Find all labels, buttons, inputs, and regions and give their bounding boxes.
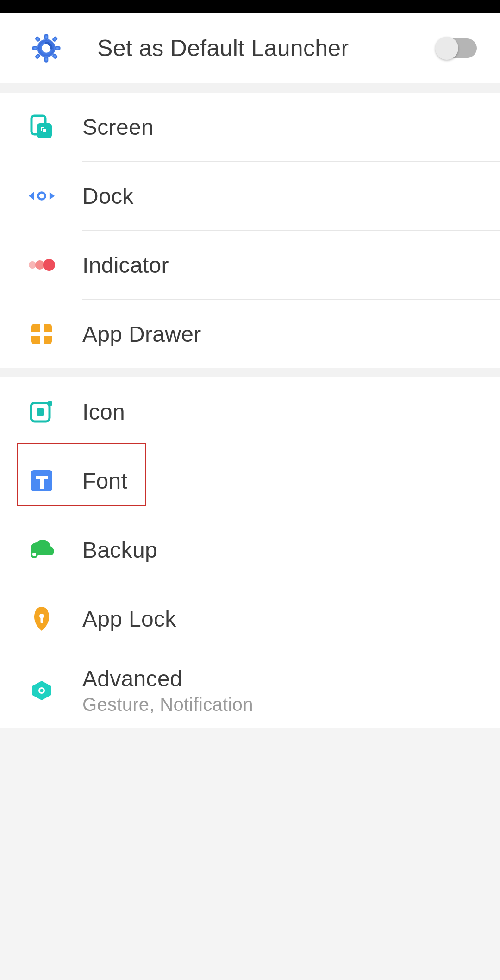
svg-rect-23 bbox=[48, 401, 52, 406]
settings-item-label: Screen bbox=[82, 114, 481, 140]
svg-rect-7 bbox=[52, 36, 58, 42]
section-gap bbox=[0, 368, 500, 377]
settings-group-2: Icon Font Backup bbox=[0, 377, 500, 728]
appdrawer-icon bbox=[28, 320, 56, 348]
settings-item-indicator[interactable]: Indicator bbox=[0, 231, 500, 299]
settings-item-label: Advanced bbox=[82, 666, 481, 691]
applock-icon bbox=[28, 605, 56, 633]
settings-item-label: Indicator bbox=[82, 252, 481, 278]
settings-item-label: App Lock bbox=[82, 606, 481, 632]
svg-rect-5 bbox=[34, 36, 41, 42]
svg-rect-2 bbox=[44, 57, 49, 63]
advanced-icon bbox=[28, 677, 56, 704]
svg-rect-1 bbox=[44, 34, 49, 40]
settings-item-font[interactable]: Font bbox=[0, 446, 500, 515]
svg-point-16 bbox=[38, 193, 45, 200]
icon-icon bbox=[28, 398, 56, 426]
gear-icon bbox=[28, 30, 65, 67]
dock-icon bbox=[28, 182, 56, 210]
svg-point-31 bbox=[40, 689, 44, 692]
screen-icon bbox=[28, 113, 56, 141]
svg-rect-12 bbox=[43, 129, 46, 132]
svg-point-20 bbox=[43, 259, 55, 271]
svg-point-18 bbox=[29, 261, 36, 269]
settings-item-sublabel: Gesture, Notification bbox=[82, 694, 481, 715]
svg-rect-22 bbox=[37, 408, 44, 416]
svg-rect-4 bbox=[55, 46, 61, 50]
svg-rect-3 bbox=[32, 46, 38, 50]
settings-item-backup[interactable]: Backup bbox=[0, 515, 500, 584]
settings-item-appdrawer[interactable]: App Drawer bbox=[0, 300, 500, 368]
settings-group-1: Screen Dock Indicator bbox=[0, 93, 500, 368]
settings-item-label: Backup bbox=[82, 537, 481, 563]
svg-rect-28 bbox=[41, 617, 43, 623]
default-launcher-label: Set as Default Launcher bbox=[97, 33, 437, 63]
section-gap bbox=[0, 83, 500, 93]
settings-item-advanced[interactable]: Advanced Gesture, Notification bbox=[0, 653, 500, 728]
svg-marker-17 bbox=[50, 192, 55, 200]
indicator-icon bbox=[28, 251, 56, 279]
settings-page: Set as Default Launcher Screen bbox=[0, 0, 500, 728]
svg-rect-14 bbox=[41, 127, 42, 131]
settings-item-icon[interactable]: Icon bbox=[0, 377, 500, 446]
default-launcher-toggle[interactable] bbox=[437, 38, 477, 58]
status-bar bbox=[0, 0, 500, 13]
settings-item-label: App Drawer bbox=[82, 321, 481, 347]
font-icon bbox=[28, 467, 56, 495]
settings-item-label: Font bbox=[82, 468, 481, 494]
settings-item-label: Dock bbox=[82, 183, 481, 209]
settings-item-dock[interactable]: Dock bbox=[0, 162, 500, 230]
backup-icon bbox=[28, 536, 56, 564]
settings-item-applock[interactable]: App Lock bbox=[0, 584, 500, 653]
settings-item-screen[interactable]: Screen bbox=[0, 93, 500, 161]
svg-point-26 bbox=[32, 553, 36, 556]
svg-marker-15 bbox=[29, 192, 34, 200]
default-launcher-row[interactable]: Set as Default Launcher bbox=[0, 13, 500, 83]
toggle-knob bbox=[435, 37, 458, 60]
settings-item-label: Icon bbox=[82, 399, 481, 425]
